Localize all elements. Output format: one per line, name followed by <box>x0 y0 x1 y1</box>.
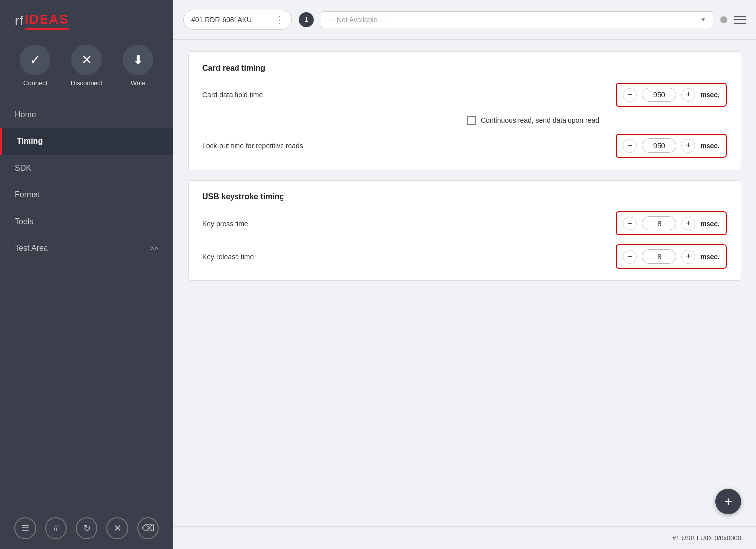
hamburger-menu-button[interactable] <box>734 16 746 24</box>
sidebar-item-format-label: Format <box>15 190 40 199</box>
cross-circle-icon[interactable]: ✕ <box>106 517 128 539</box>
key-press-time-row: Key press time − + msec. <box>202 211 727 235</box>
key-release-time-input[interactable] <box>642 249 676 264</box>
write-button[interactable]: ⬇ Write <box>123 45 153 87</box>
card-read-timing: Card read timing Card data hold time − +… <box>188 51 741 170</box>
action-buttons-group: ✓ Connect ✕ Disconnect ⬇ Write <box>0 40 173 96</box>
refresh-icon[interactable]: ↻ <box>76 517 97 539</box>
key-release-time-spinner: − + msec. <box>616 244 727 269</box>
sidebar-item-timing[interactable]: Timing <box>0 128 173 155</box>
logo-rf: rf <box>15 13 24 29</box>
card-data-hold-time-row: Card data hold time − + msec. <box>202 83 727 107</box>
key-press-time-increment[interactable]: + <box>681 217 695 230</box>
sidebar-divider <box>15 267 158 267</box>
lockout-time-input[interactable] <box>642 138 676 153</box>
continuous-read-label: Continuous read, send data upon read <box>481 116 599 124</box>
card-data-hold-time-label: Card data hold time <box>202 91 616 99</box>
card-usb-keystroke-title: USB keystroke timing <box>202 192 727 201</box>
profile-dropdown[interactable]: --- Not Available --- ▼ <box>321 11 713 28</box>
connect-button[interactable]: ✓ Connect <box>20 45 50 87</box>
device-count-badge[interactable]: 1 <box>299 12 314 27</box>
card-usb-keystroke: USB keystroke timing Key press time − + … <box>188 180 741 281</box>
sidebar-item-timing-label: Timing <box>17 137 43 146</box>
sidebar-nav: Home Timing SDK Format Tools Test Area >… <box>0 96 173 509</box>
key-release-time-row: Key release time − + msec. <box>202 244 727 269</box>
sidebar-item-test-area-label: Test Area <box>15 244 48 253</box>
sidebar-item-tools[interactable]: Tools <box>0 208 173 235</box>
lockout-time-spinner: − + msec. <box>616 134 727 158</box>
card-data-hold-time-input[interactable] <box>642 88 676 102</box>
sidebar-item-home-label: Home <box>15 110 36 119</box>
write-label: Write <box>131 79 145 87</box>
sidebar-bottom-icons: ☰ # ↻ ✕ ⌫ <box>0 509 173 549</box>
topbar: #01 RDR-6081AKU ⋮ 1 --- Not Available --… <box>173 0 756 40</box>
hamburger-line-2 <box>734 19 746 20</box>
device-more-icon[interactable]: ⋮ <box>275 14 284 25</box>
disconnect-button[interactable]: ✕ Disconnect <box>71 45 102 87</box>
lockout-time-row: Lock-out time for repetitive reads − + m… <box>202 134 727 158</box>
card-data-hold-time-decrement[interactable]: − <box>623 88 637 102</box>
card-data-hold-time-spinner: − + msec. <box>616 83 727 107</box>
card-data-hold-time-unit: msec. <box>700 91 720 99</box>
logo-ideas: IDEAS <box>25 12 69 30</box>
key-release-time-unit: msec. <box>700 253 720 261</box>
device-selector[interactable]: #01 RDR-6081AKU ⋮ <box>183 10 292 30</box>
profile-dropdown-text: --- Not Available --- <box>328 16 695 24</box>
key-release-time-decrement[interactable]: − <box>623 250 637 264</box>
connect-label: Connect <box>23 79 47 87</box>
key-release-time-label: Key release time <box>202 253 616 261</box>
status-dot <box>720 16 727 23</box>
sidebar: rf IDEAS ✓ Connect ✕ Disconnect ⬇ Write … <box>0 0 173 549</box>
sidebar-item-tools-label: Tools <box>15 217 33 226</box>
disconnect-icon: ✕ <box>71 45 102 75</box>
page-content: Card read timing Card data hold time − +… <box>173 40 756 526</box>
lockout-time-increment[interactable]: + <box>681 139 695 153</box>
key-press-time-spinner: − + msec. <box>616 211 727 235</box>
connect-icon: ✓ <box>20 45 50 75</box>
write-icon: ⬇ <box>123 45 153 75</box>
statusbar: #1 USB LUID: 0/0x0000 <box>173 526 756 549</box>
key-press-time-decrement[interactable]: − <box>623 217 637 230</box>
key-release-time-increment[interactable]: + <box>681 250 695 264</box>
sidebar-item-test-area[interactable]: Test Area >> <box>0 235 173 262</box>
card-read-timing-title: Card read timing <box>202 64 727 73</box>
card-data-hold-time-increment[interactable]: + <box>681 88 695 102</box>
hamburger-line-1 <box>734 16 746 17</box>
main-content: #01 RDR-6081AKU ⋮ 1 --- Not Available --… <box>173 0 756 549</box>
chevron-right-icon: >> <box>150 244 158 252</box>
hash-icon[interactable]: # <box>45 517 67 539</box>
sidebar-item-format[interactable]: Format <box>0 182 173 208</box>
key-press-time-label: Key press time <box>202 220 616 228</box>
device-name: #01 RDR-6081AKU <box>191 16 270 24</box>
hamburger-line-3 <box>734 23 746 24</box>
continuous-read-checkbox[interactable] <box>467 116 476 125</box>
sidebar-item-sdk[interactable]: SDK <box>0 155 173 182</box>
fab-add-button[interactable]: + <box>715 489 741 514</box>
lockout-time-decrement[interactable]: − <box>623 139 637 153</box>
lockout-time-unit: msec. <box>700 142 720 150</box>
doc-icon[interactable]: ☰ <box>14 517 36 539</box>
disconnect-label: Disconnect <box>71 79 102 87</box>
backspace-icon[interactable]: ⌫ <box>137 517 159 539</box>
key-press-time-input[interactable] <box>642 216 676 230</box>
sidebar-item-sdk-label: SDK <box>15 164 31 173</box>
continuous-read-row: Continuous read, send data upon read <box>202 116 727 125</box>
dropdown-arrow-icon: ▼ <box>700 16 706 23</box>
logo: rf IDEAS <box>0 0 173 40</box>
key-press-time-unit: msec. <box>700 220 720 228</box>
statusbar-text: #1 USB LUID: 0/0x0000 <box>672 534 741 542</box>
lockout-time-label: Lock-out time for repetitive reads <box>202 142 616 150</box>
sidebar-item-home[interactable]: Home <box>0 101 173 128</box>
